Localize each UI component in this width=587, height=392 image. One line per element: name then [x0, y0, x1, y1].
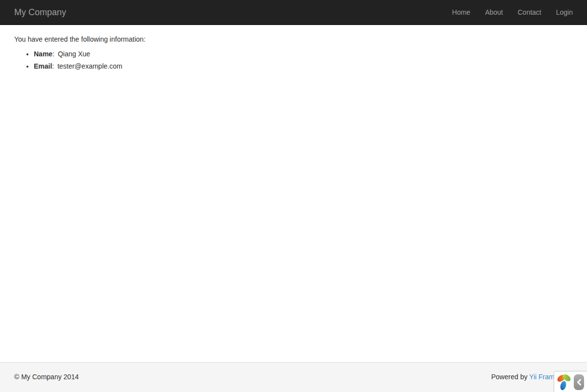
entry-value-name: Qiang Xue [58, 50, 90, 58]
entry-label-name: Name [34, 50, 52, 58]
nav-item-home: Home [445, 0, 478, 24]
entry-separator: : [52, 50, 54, 58]
nav-link-home[interactable]: Home [445, 0, 478, 24]
yii-logo-icon[interactable] [557, 373, 571, 391]
navbar-nav: Home About Contact Login [445, 0, 580, 24]
entry-label-email: Email [34, 62, 52, 70]
entry-list: Name: Qiang Xue Email: tester@example.co… [14, 49, 573, 72]
powered-by-text: Powered by [491, 373, 527, 381]
nav-item-contact: Contact [510, 0, 548, 24]
debug-toolbar-toggle-button[interactable] [574, 374, 584, 390]
list-item-email: Email: tester@example.com [34, 62, 573, 72]
main-content: You have entered the following informati… [0, 25, 587, 362]
nav-link-about[interactable]: About [478, 0, 511, 24]
nav-link-contact[interactable]: Contact [510, 0, 548, 24]
footer: © My Company 2014 Powered by Yii Framewo… [0, 362, 587, 392]
entry-separator: : [52, 62, 54, 70]
nav-item-login: Login [549, 0, 580, 24]
debug-toolbar-panel [554, 371, 587, 392]
nav-item-about: About [478, 0, 511, 24]
nav-link-login[interactable]: Login [549, 0, 580, 24]
list-item-name: Name: Qiang Xue [34, 49, 573, 59]
entry-value-email: tester@example.com [57, 62, 122, 70]
navbar: My Company Home About Contact Login [0, 0, 587, 25]
brand-link[interactable]: My Company [7, 0, 73, 24]
chevron-left-icon [576, 379, 582, 386]
copyright-text: © My Company 2014 [14, 372, 79, 382]
intro-text: You have entered the following informati… [14, 35, 573, 45]
